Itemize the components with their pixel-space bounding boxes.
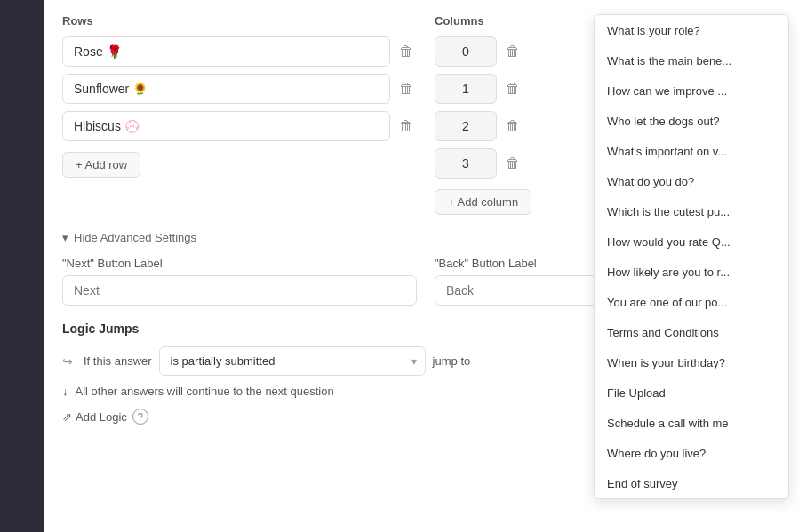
logic-icon-symbol: ⇗ [62,410,72,424]
column-input-3[interactable] [435,148,497,179]
dropdown-item-do[interactable]: What do you do? 🗑 [595,166,788,196]
chevron-down-icon: ▾ [62,231,68,244]
delete-row-rose-button[interactable]: 🗑 [396,40,417,63]
condition-select-wrapper: is partially submitted ▾ [159,346,426,376]
condition-select[interactable]: is partially submitted [159,346,426,376]
next-button-label-text: "Next" Button Label [62,257,417,270]
dropdown-item-upload[interactable]: File Upload 🗑 [595,377,788,408]
column-input-2[interactable] [435,111,497,141]
row-item-hibiscus: 🗑 [62,111,417,141]
all-other-text: All other answers will continue to the n… [76,385,334,398]
jump-to-dropdown[interactable]: What is your role? 🗑 What is the main be… [594,14,789,499]
dropdown-item-cutest[interactable]: Which is the cutest pu... 🗑 [595,196,788,226]
delete-row-sunflower-button[interactable]: 🗑 [396,77,417,100]
dropdown-item-improve[interactable]: How can we improve ... 🗑 [595,75,788,106]
row-item-rose: 🗑 [62,36,417,67]
row-input-sunflower[interactable] [62,74,390,104]
delete-col-0-button[interactable]: 🗑 [502,40,523,63]
main-container: Rows 🗑 🗑 🗑 + Add row Columns [0,0,807,532]
sidebar [0,0,44,532]
dropdown-item-likely[interactable]: How likely are you to r... 🗑 [595,257,788,287]
delete-row-hibiscus-button[interactable]: 🗑 [396,115,417,138]
columns-column: Columns 🗑 🗑 🗑 🗑 + Add column [435,14,789,215]
dropdown-item-one-of[interactable]: You are one of our po... 🗑 [595,287,788,317]
dropdown-item-dogs[interactable]: Who let the dogs out? 🗑 [595,106,788,136]
rows-label: Rows [62,14,417,28]
row-input-hibiscus[interactable] [62,111,390,141]
advanced-settings-label: Hide Advanced Settings [74,231,196,244]
help-icon[interactable]: ? [132,409,148,425]
add-column-button[interactable]: + Add column [435,189,531,215]
rows-columns-section: Rows 🗑 🗑 🗑 + Add row Columns [62,14,789,215]
dropdown-item-end[interactable]: End of survey 🗑 [595,468,788,498]
dropdown-item-benefit[interactable]: What is the main bene... 🗑 [595,45,788,75]
if-this-answer-text: If this answer [84,354,152,368]
row-input-rose[interactable] [62,36,390,67]
dropdown-item-important[interactable]: What's important on v... 🗑 [595,136,788,166]
column-input-0[interactable] [435,36,497,67]
add-row-button[interactable]: + Add row [62,152,140,178]
dropdown-item-schedule[interactable]: Schedule a call with me 🗑 [595,408,788,438]
dropdown-item-rate[interactable]: How would you rate Q... 🗑 [595,226,788,257]
column-input-1[interactable] [435,74,497,104]
next-button-group: "Next" Button Label [62,257,417,306]
delete-col-2-button[interactable]: 🗑 [502,115,523,138]
next-button-input[interactable] [62,275,417,306]
dropdown-item-terms[interactable]: Terms and Conditions 🗑 [595,317,788,347]
content-area: Rows 🗑 🗑 🗑 + Add row Columns [44,0,807,532]
add-logic-label: Add Logic [76,410,127,424]
row-item-sunflower: 🗑 [62,74,417,104]
dropdown-item-birthday[interactable]: When is your birthday? 🗑 [595,347,788,377]
logic-jump-icon: ↪ [62,354,76,369]
arrow-down-icon: ↓ [62,385,68,398]
dropdown-item-role[interactable]: What is your role? 🗑 [595,15,788,45]
delete-col-3-button[interactable]: 🗑 [502,152,523,175]
add-logic-button[interactable]: ⇗ Add Logic [62,410,127,424]
dropdown-item-where[interactable]: Where do you live? 🗑 [595,438,788,468]
rows-column: Rows 🗑 🗑 🗑 + Add row [62,14,417,215]
delete-col-1-button[interactable]: 🗑 [502,77,523,100]
jump-to-text: jump to [433,354,471,368]
